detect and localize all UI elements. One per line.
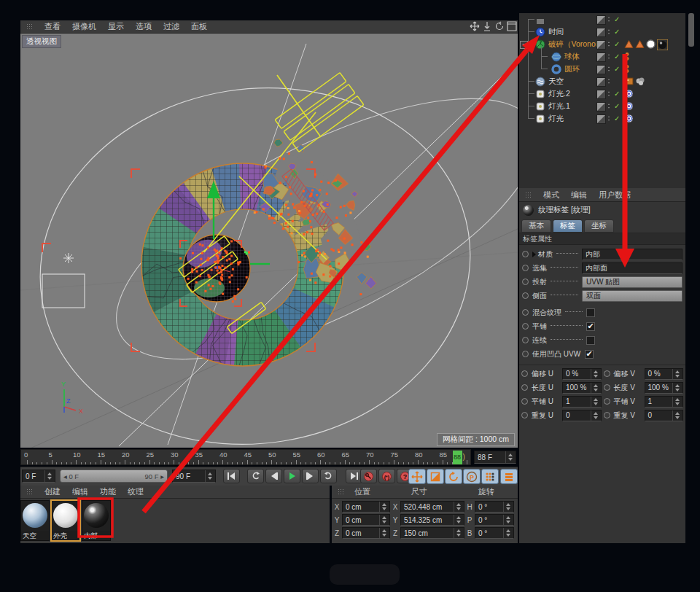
material-menu-item[interactable]: 创建 — [44, 486, 61, 497]
object-row[interactable]: 灯光.2✓ — [519, 87, 685, 100]
keyframe-radio[interactable] — [522, 251, 529, 257]
next-frame-button[interactable] — [302, 469, 319, 483]
maximize-icon[interactable] — [507, 21, 517, 31]
uv-field[interactable]: 0 — [562, 410, 602, 421]
viewport-menu-item[interactable]: 查看 — [44, 21, 61, 32]
layer-icon[interactable] — [596, 102, 606, 112]
size-field[interactable]: 150 cm — [400, 527, 464, 539]
key-rotation-toggle[interactable] — [445, 469, 462, 484]
zoom-icon[interactable] — [482, 21, 492, 31]
enabled-check-icon[interactable]: ✓ — [614, 102, 620, 110]
sphere-white-tag-icon[interactable] — [646, 39, 656, 50]
uv-field[interactable]: 1 — [562, 396, 602, 408]
stepper[interactable] — [379, 502, 386, 512]
previous-frame-button[interactable] — [265, 469, 282, 483]
viewport-menu-item[interactable]: 面板 — [191, 21, 207, 32]
key-parameter-toggle[interactable]: P — [463, 469, 481, 484]
uv-field[interactable]: 1 — [645, 396, 684, 408]
visibility-dots-icon[interactable] — [608, 66, 610, 72]
keyframe-radio[interactable] — [521, 370, 528, 377]
viewport[interactable]: YXZ 透视视图 网格间距 : 1000 cm — [20, 34, 518, 448]
stepper[interactable] — [503, 528, 510, 538]
object-row[interactable]: 天空 — [519, 75, 685, 87]
target-tag-icon[interactable] — [624, 89, 634, 100]
stepper[interactable] — [672, 410, 680, 421]
timeline-ruler[interactable]: 051015202530354045505560657075808588) — [20, 449, 471, 465]
loop-start-field[interactable]: 0 F — [22, 470, 55, 483]
compositing-tag-icon[interactable] — [635, 77, 645, 87]
play-backwards-button[interactable] — [247, 469, 264, 483]
dropdown[interactable]: 双面 — [582, 290, 682, 302]
material-white[interactable]: 外壳 — [51, 500, 80, 541]
record-keyframe-button[interactable] — [360, 469, 377, 483]
key-position-toggle[interactable] — [408, 469, 426, 484]
stepper[interactable] — [591, 397, 598, 407]
material-black[interactable]: 内部 — [82, 500, 111, 541]
stepper[interactable] — [505, 451, 513, 463]
rotation-field[interactable]: 0 ° — [475, 527, 514, 539]
panel-handle-icon[interactable] — [26, 488, 33, 495]
layer-icon[interactable] — [596, 52, 606, 62]
keyframe-radio[interactable] — [522, 265, 529, 271]
scrollbar[interactable] — [688, 13, 694, 47]
layer-icon[interactable] — [596, 28, 606, 37]
orange-dots-tag-icon[interactable] — [624, 64, 630, 75]
viewport-menu-item[interactable]: 显示 — [108, 21, 124, 32]
loop-end-field[interactable]: 90 F — [172, 470, 216, 483]
panel-handle-icon[interactable] — [338, 488, 344, 495]
viewport-menu-item[interactable]: 选项 — [136, 21, 152, 32]
object-row[interactable]: 球体✓ — [519, 50, 685, 63]
viewport-menu-item[interactable]: 过滤 — [163, 21, 179, 32]
stepper[interactable] — [591, 383, 598, 393]
visibility-dots-icon[interactable] — [608, 115, 610, 122]
material-menu-item[interactable]: 纹理 — [128, 486, 144, 497]
view-label[interactable]: 透视视图 — [22, 35, 61, 48]
uv-field[interactable]: 0 % — [562, 368, 602, 380]
object-row[interactable]: 时间✓ — [519, 26, 685, 38]
rotation-field[interactable]: 0 ° — [475, 514, 514, 526]
object-row[interactable]: 灯光.1✓ — [519, 100, 685, 112]
layer-manager-button[interactable] — [500, 469, 518, 484]
play-loop-button[interactable] — [320, 469, 337, 483]
play-button[interactable] — [284, 469, 300, 483]
rotation-field[interactable]: 0 ° — [475, 501, 514, 513]
uv-field[interactable]: 0 — [645, 410, 684, 421]
size-field[interactable]: 514.325 cm — [400, 514, 464, 526]
keyframe-radio[interactable] — [522, 279, 529, 285]
tab-active[interactable]: 标签 — [553, 219, 583, 233]
viewport-scene[interactable]: YXZ — [20, 34, 518, 448]
stepper[interactable] — [672, 369, 680, 379]
attribute-menu-item[interactable]: 编辑 — [571, 190, 587, 200]
tab-inactive[interactable]: 坐标 — [584, 219, 614, 233]
triangle-tag-icon[interactable] — [624, 39, 634, 50]
viewport-menu-item[interactable]: 摄像机 — [72, 21, 96, 32]
checkbox[interactable]: ✔ — [585, 350, 594, 359]
stepper[interactable] — [379, 528, 386, 538]
visibility-dots-icon[interactable] — [608, 16, 610, 23]
stepper[interactable] — [454, 528, 461, 538]
keyframe-radio[interactable] — [604, 384, 610, 391]
text-field[interactable]: 内部面 — [582, 262, 682, 274]
layer-icon[interactable] — [596, 77, 606, 87]
expander-icon[interactable] — [532, 252, 536, 257]
current-frame-field[interactable]: 88 F — [474, 451, 516, 464]
target-tag-icon[interactable] — [624, 114, 634, 125]
uv-field[interactable]: 100 % — [562, 382, 602, 394]
layer-icon[interactable] — [596, 65, 606, 74]
layer-icon[interactable] — [596, 90, 606, 99]
material-menu-item[interactable]: 编辑 — [72, 486, 88, 497]
stepper[interactable] — [44, 470, 52, 482]
visibility-dots-icon[interactable] — [608, 41, 610, 47]
tab-inactive[interactable]: 基本 — [521, 219, 551, 233]
keyframe-radio[interactable] — [522, 309, 529, 316]
visibility-dots-icon[interactable] — [608, 28, 610, 35]
material-sky[interactable]: 天空 — [20, 500, 50, 541]
key-scale-toggle[interactable] — [427, 469, 444, 484]
stepper[interactable] — [503, 515, 510, 525]
key-selection-toggle[interactable] — [481, 469, 499, 484]
stepper[interactable] — [591, 369, 598, 379]
object-row[interactable]: 灯光✓ — [519, 112, 685, 125]
keyframe-radio[interactable] — [521, 412, 528, 418]
expand-toggle[interactable]: − — [520, 41, 528, 49]
enabled-check-icon[interactable]: ✓ — [614, 28, 620, 36]
